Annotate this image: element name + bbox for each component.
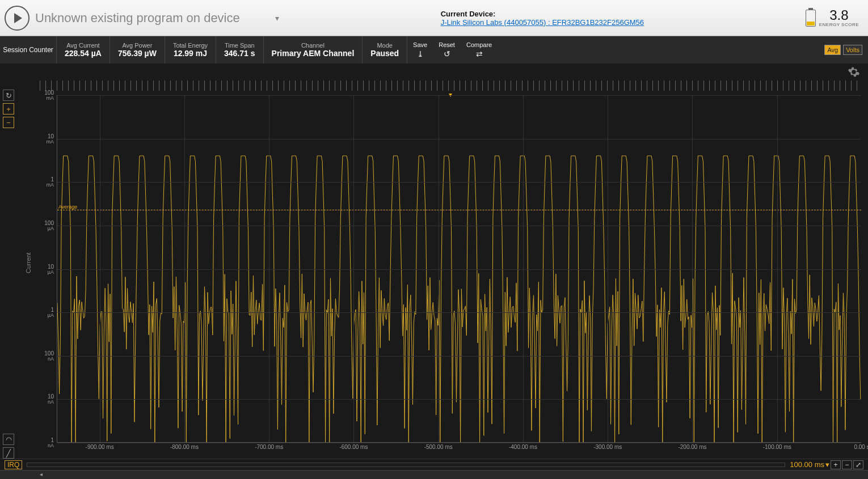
avg-toggle[interactable]: Avg [824, 45, 841, 55]
energy-score-label: ENERGY SCORE [819, 22, 859, 27]
play-button[interactable] [5, 6, 30, 31]
device-info: Current Device: J-Link Silicon Labs (440… [429, 10, 655, 27]
left-tools: ↻ + − ◠ ╱ [0, 80, 17, 459]
zoom-in-y-button[interactable]: + [3, 103, 14, 115]
irq-button[interactable]: IRQ [5, 460, 22, 469]
stat-total-energy: Total Energy12.99 mJ [165, 36, 216, 63]
stats-bar: Session Counter Avg Current228.54 µA Avg… [0, 36, 868, 63]
stat-avg-current: Avg Current228.54 µA [57, 36, 110, 63]
caret-down-icon: ▾ [275, 14, 279, 23]
chart-main[interactable]: ▾ Current Average 100mA10mA1mA100µA10µA1… [17, 80, 868, 459]
undo-icon: ↺ [444, 49, 450, 58]
program-dropdown[interactable]: Unknown existing program on device ▾ [35, 11, 279, 26]
settings-icon[interactable] [848, 66, 860, 78]
device-label: Current Device: [441, 10, 644, 18]
stat-avg-power: Avg Power756.39 µW [110, 36, 165, 63]
download-icon: ⤓ [417, 49, 424, 58]
compare-icon: ⇄ [476, 49, 483, 58]
energy-score: 3.8 ENERGY SCORE [806, 9, 863, 27]
compare-button[interactable]: Compare⇄ [461, 36, 498, 63]
line-mode-button[interactable]: ╱ [3, 447, 14, 459]
volts-toggle[interactable]: Volts [843, 45, 862, 55]
scroll-bar[interactable]: ◂ [0, 470, 868, 479]
device-link[interactable]: J-Link Silicon Labs (440057055) : EFR32B… [441, 18, 644, 27]
curve-mode-button[interactable]: ◠ [3, 434, 14, 445]
program-placeholder: Unknown existing program on device [35, 11, 240, 26]
bottom-bar: IRQ 100.00 ms ▾ + − ⤢ [0, 459, 868, 470]
session-counter-label: Session Counter [0, 36, 57, 63]
zoom-in-x-button[interactable]: + [831, 460, 841, 469]
top-bar: Unknown existing program on device ▾ Cur… [0, 0, 868, 36]
stat-channel: ChannelPrimary AEM Channel [264, 36, 363, 63]
stat-mode: ModePaused [363, 36, 407, 63]
energy-score-value: 3.8 [819, 9, 859, 22]
timeline-track[interactable] [27, 463, 785, 467]
refresh-button[interactable]: ↻ [3, 90, 14, 101]
time-ruler[interactable]: ▾ [40, 80, 861, 91]
gear-row [0, 63, 868, 80]
chart-zone: ↻ + − ◠ ╱ ▾ Current Average 100mA10mA1mA… [0, 80, 868, 459]
caret-down-icon: ▾ [825, 460, 829, 469]
reset-button[interactable]: Reset↺ [433, 36, 461, 63]
battery-icon [806, 10, 816, 27]
scroll-left-icon: ◂ [40, 471, 43, 477]
time-window[interactable]: 100.00 ms ▾ [790, 460, 829, 469]
zoom-out-x-button[interactable]: − [842, 460, 852, 469]
zoom-out-y-button[interactable]: − [3, 117, 14, 128]
save-button[interactable]: Save⤓ [407, 36, 433, 63]
y-axis-title: Current [25, 252, 32, 273]
play-icon [14, 13, 22, 23]
plot-area[interactable]: Average 100mA10mA1mA100µA10µA1µA100nA10n… [57, 95, 861, 443]
fit-button[interactable]: ⤢ [853, 460, 863, 469]
stat-time-span: Time Span346.71 s [216, 36, 264, 63]
